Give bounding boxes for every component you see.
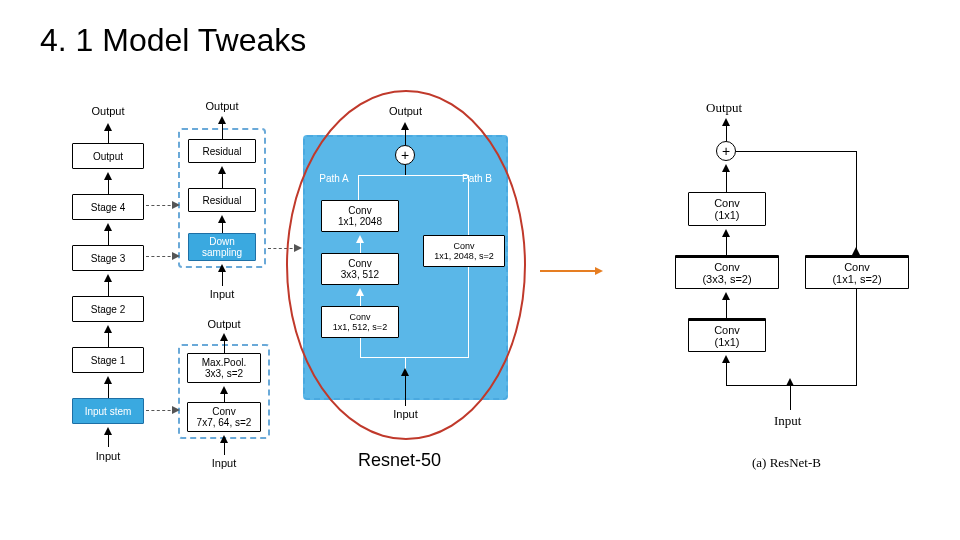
stem (856, 289, 857, 385)
stem (726, 172, 727, 192)
txt: Stage 2 (91, 304, 125, 315)
dash-arrow (172, 201, 180, 209)
arrow (852, 247, 860, 255)
arrow (220, 333, 228, 341)
red-highlight-circle (286, 90, 526, 440)
txt: Stage 3 (91, 253, 125, 264)
stem (726, 300, 727, 318)
txt: 7x7, 64, s=2 (197, 417, 252, 428)
col1-outputbox: Output (72, 143, 144, 169)
txt: (1x1, s=2) (832, 273, 881, 285)
arrow (722, 355, 730, 363)
arrow (220, 386, 228, 394)
col4-c2: Conv (3x3, s=2) (675, 255, 779, 289)
arrow (722, 164, 730, 172)
stem (222, 124, 223, 139)
txt: (3x3, s=2) (702, 273, 751, 285)
stem (856, 151, 857, 255)
col2b-output: Output (183, 318, 265, 330)
caption-center: Resnet-50 (358, 450, 441, 471)
arrow (104, 223, 112, 231)
orange-arrow (540, 270, 595, 272)
col1-stage3: Stage 3 (72, 245, 144, 271)
arrow (786, 378, 794, 386)
txt: Stage 1 (91, 355, 125, 366)
col2b-conv: Conv 7x7, 64, s=2 (187, 402, 261, 432)
stem (222, 223, 223, 233)
arrow (104, 172, 112, 180)
txt: 3x3, s=2 (205, 368, 243, 379)
arrow (218, 264, 226, 272)
txt: Conv (714, 324, 740, 336)
txt: (1x1) (714, 209, 739, 221)
arrow (104, 274, 112, 282)
col4-output: Output (706, 100, 742, 116)
stem (108, 231, 109, 245)
col4-input: Input (774, 413, 801, 429)
col2a-input: Input (183, 288, 261, 300)
dash-arrow (172, 252, 180, 260)
arrow (218, 116, 226, 124)
txt: Max.Pool. (202, 357, 246, 368)
stem (726, 363, 727, 385)
col2a-output: Output (183, 100, 261, 112)
col2a-res1: Residual (188, 139, 256, 163)
txt: Residual (203, 195, 242, 206)
dash-arrow (172, 406, 180, 414)
col4-c1: Conv (1x1) (688, 192, 766, 226)
txt: (1x1) (714, 336, 739, 348)
stem (790, 385, 791, 410)
stem (224, 394, 225, 402)
stem (726, 126, 727, 141)
arrow (218, 215, 226, 223)
txt: Conv (212, 406, 235, 417)
col1-stage2: Stage 2 (72, 296, 144, 322)
slide-title: 4. 1 Model Tweaks (40, 22, 306, 59)
slide-root: 4. 1 Model Tweaks Output Output Stage 4 … (0, 0, 960, 540)
stem (108, 333, 109, 347)
col4-c3: Conv (1x1) (688, 318, 766, 352)
col4-side: Conv (1x1, s=2) (805, 255, 909, 289)
hline (736, 151, 856, 152)
txt: Conv (714, 197, 740, 209)
txt: Input stem (85, 406, 132, 417)
col1-output: Output (72, 105, 144, 117)
txt: Residual (203, 146, 242, 157)
arrow (722, 118, 730, 126)
txt: Conv (844, 261, 870, 273)
stem (108, 131, 109, 143)
plus-node: + (716, 141, 736, 161)
txt: Down sampling (189, 236, 255, 258)
col1-inputstem: Input stem (72, 398, 144, 424)
arrow (104, 123, 112, 131)
stem (726, 237, 727, 255)
col2b-input: Input (183, 457, 265, 469)
stem (108, 435, 109, 447)
stem (224, 341, 225, 353)
txt: Conv (714, 261, 740, 273)
col4-caption: (a) ResNet-B (752, 455, 821, 471)
arrow (104, 427, 112, 435)
arrow (220, 435, 228, 443)
stem (222, 174, 223, 188)
arrow (104, 325, 112, 333)
stem (108, 384, 109, 398)
stem (224, 443, 225, 455)
col1-stage4: Stage 4 (72, 194, 144, 220)
arrow (104, 376, 112, 384)
col2a-down: Down sampling (188, 233, 256, 261)
txt: Output (93, 151, 123, 162)
arrow (722, 292, 730, 300)
stem (222, 272, 223, 286)
stem (108, 180, 109, 194)
col2a-res2: Residual (188, 188, 256, 212)
arrow (218, 166, 226, 174)
col2b-maxpool: Max.Pool. 3x3, s=2 (187, 353, 261, 383)
col1-stage1: Stage 1 (72, 347, 144, 373)
txt: Stage 4 (91, 202, 125, 213)
arrow (722, 229, 730, 237)
stem (108, 282, 109, 296)
col1-input: Input (72, 450, 144, 462)
